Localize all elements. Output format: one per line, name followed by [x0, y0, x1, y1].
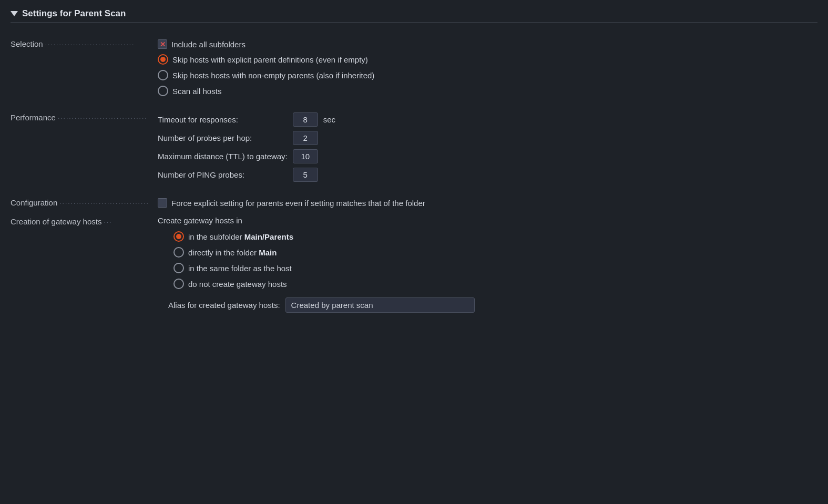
alias-input[interactable]: [285, 297, 475, 313]
configuration-label: Configuration: [11, 198, 57, 207]
option-skip-nonempty[interactable]: Skip hosts hosts with non-empty parents …: [158, 69, 817, 81]
gateway-value: Create gateway hosts in in the subfolder…: [158, 212, 817, 316]
spacer-4: [158, 186, 817, 193]
gateway-label-cell: Creation of gateway hosts ...: [11, 212, 158, 316]
force-explicit-checkbox[interactable]: [158, 198, 167, 208]
gateway-direct-radio[interactable]: [173, 247, 184, 258]
ping-input[interactable]: [293, 168, 318, 182]
settings-grid: Selection ..............................…: [11, 34, 817, 316]
timeout-input[interactable]: [293, 112, 318, 127]
selection-label: Selection: [11, 39, 43, 48]
gateway-option-none[interactable]: do not create gateway hosts: [173, 277, 817, 290]
ttl-input[interactable]: [293, 149, 318, 163]
include-subfolders-label: Include all subfolders: [171, 40, 246, 49]
alias-label: Alias for created gateway hosts:: [168, 301, 280, 310]
skip-explicit-radio-inner: [160, 57, 166, 62]
gateway-same-radio[interactable]: [173, 263, 184, 273]
gateway-same-label: in the same folder as the host: [188, 264, 292, 273]
gateway-option-subfolder[interactable]: in the subfolder Main/Parents: [173, 230, 817, 243]
gateway-dots: ...: [104, 217, 112, 224]
performance-label-cell: Performance ............................…: [11, 108, 158, 186]
configuration-label-cell: Configuration ..........................…: [11, 193, 158, 212]
scan-all-radio[interactable]: [158, 86, 168, 96]
skip-explicit-radio[interactable]: [158, 54, 168, 65]
alias-row: Alias for created gateway hosts:: [158, 297, 817, 313]
gateway-direct-label: directly in the folder Main: [188, 248, 277, 257]
skip-nonempty-radio[interactable]: [158, 70, 168, 80]
selection-options: ✕ Include all subfolders Skip hosts with…: [158, 34, 817, 100]
option-include-subfolders[interactable]: ✕ Include all subfolders: [158, 38, 817, 50]
performance-fields: Timeout for responses: sec Number of pro…: [158, 108, 817, 186]
probes-hop-label: Number of probes per hop:: [158, 130, 288, 146]
force-explicit-option[interactable]: Force explicit setting for parents even …: [158, 197, 817, 209]
option-skip-explicit[interactable]: Skip hosts with explicit parent definiti…: [158, 53, 817, 66]
panel-title: Settings for Parent Scan: [22, 8, 126, 19]
performance-grid: Timeout for responses: sec Number of pro…: [158, 112, 817, 182]
timeout-unit: sec: [323, 115, 817, 124]
panel-header: Settings for Parent Scan: [11, 8, 817, 23]
spacer-2: [158, 100, 817, 108]
selection-label-cell: Selection ..............................…: [11, 34, 158, 100]
include-subfolders-checkbox[interactable]: ✕: [158, 39, 167, 49]
configuration-value: Force explicit setting for parents even …: [158, 193, 817, 212]
gateway-options: in the subfolder Main/Parents directly i…: [158, 230, 817, 290]
gateway-option-direct[interactable]: directly in the folder Main: [173, 246, 817, 259]
probes-hop-input[interactable]: [293, 131, 318, 145]
performance-label: Performance: [11, 113, 56, 122]
settings-panel: Settings for Parent Scan Selection .....…: [0, 0, 828, 324]
gateway-none-label: do not create gateway hosts: [188, 280, 287, 289]
gateway-option-same[interactable]: in the same folder as the host: [173, 262, 817, 274]
skip-nonempty-label: Skip hosts hosts with non-empty parents …: [172, 71, 374, 80]
checkbox-x-icon: ✕: [160, 41, 166, 48]
gateway-subfolder-label: in the subfolder Main/Parents: [188, 232, 293, 241]
spacer-3: [11, 186, 158, 193]
gateway-header: Create gateway hosts in: [158, 216, 817, 225]
scan-all-label: Scan all hosts: [172, 87, 221, 96]
selection-dots: ................................: [45, 39, 135, 47]
gateway-none-radio[interactable]: [173, 279, 184, 289]
ping-label: Number of PING probes:: [158, 167, 288, 182]
timeout-label: Timeout for responses:: [158, 112, 288, 127]
collapse-icon[interactable]: [11, 11, 18, 16]
gateway-label: Creation of gateway hosts: [11, 217, 101, 226]
spacer-1: [11, 100, 158, 108]
skip-explicit-label: Skip hosts with explicit parent definiti…: [172, 55, 368, 64]
configuration-dots: ................................: [59, 198, 149, 205]
force-explicit-label: Force explicit setting for parents even …: [171, 199, 425, 208]
gateway-subfolder-radio-inner: [176, 234, 181, 239]
performance-dots: ................................: [58, 113, 148, 120]
gateway-subfolder-radio[interactable]: [173, 231, 184, 242]
option-scan-all[interactable]: Scan all hosts: [158, 85, 817, 97]
ttl-label: Maximum distance (TTL) to gateway:: [158, 149, 288, 164]
